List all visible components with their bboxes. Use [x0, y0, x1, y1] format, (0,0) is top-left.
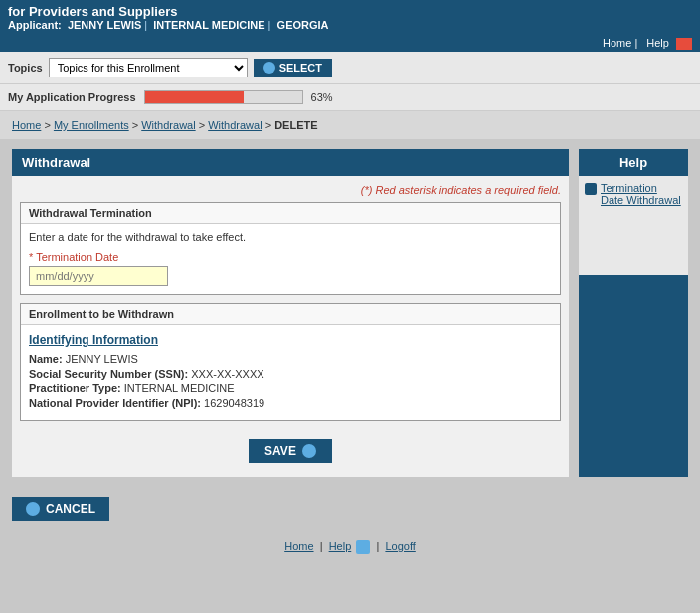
select-btn-icon [263, 62, 275, 74]
required-note: (*) Red asterisk indicates a required fi… [20, 184, 561, 196]
practitioner-value: INTERNAL MEDICINE [124, 383, 235, 394]
footer-help-icon [356, 540, 370, 554]
enrollment-section-title: Enrollment to be Withdrawn [21, 304, 560, 325]
applicant-specialty: INTERNAL MEDICINE [153, 19, 264, 31]
footer-home-link[interactable]: Home [284, 540, 313, 552]
applicant-label: Applicant: [8, 19, 62, 31]
header-nav: Home | Help [0, 35, 700, 52]
withdrawal-panel: Withdrawal (*) Red asterisk indicates a … [12, 149, 569, 477]
breadcrumb-delete: DELETE [274, 119, 317, 131]
ssn-row: Social Security Number (SSN): XXX-XX-XXX… [29, 368, 552, 380]
practitioner-label: Practitioner Type: [29, 383, 121, 394]
save-button[interactable]: SAVE [249, 439, 332, 463]
breadcrumb: Home > My Enrollments > Withdrawal > Wit… [0, 111, 700, 139]
enrollment-section: Enrollment to be Withdrawn Identifying I… [20, 303, 561, 421]
footer-help-link[interactable]: Help [329, 540, 352, 552]
cancel-label: CANCEL [46, 502, 95, 516]
termination-section-title: Withdrawal Termination [21, 203, 560, 224]
progress-bar-container: My Application Progress 63% [0, 84, 700, 111]
save-btn-icon [302, 444, 316, 458]
termination-section: Withdrawal Termination Enter a date for … [20, 202, 561, 295]
applicant-name: JENNY LEWIS [68, 19, 141, 31]
termination-date-label-text: Termination Date [36, 251, 118, 263]
help-link-text: Termination Date Withdrawal [601, 182, 682, 206]
name-value: JENNY LEWIS [66, 353, 138, 365]
cancel-row: CANCEL [0, 487, 700, 531]
npi-row: National Provider Identifier (NPI): 1629… [29, 397, 552, 409]
breadcrumb-withdrawal2[interactable]: Withdrawal [208, 119, 262, 131]
practitioner-row: Practitioner Type: INTERNAL MEDICINE [29, 383, 552, 394]
help-panel-header: Help [579, 149, 688, 176]
topics-bar: Topics Topics for this Enrollment SELECT [0, 52, 700, 84]
progress-fill [145, 91, 245, 103]
withdrawal-panel-header: Withdrawal [12, 149, 569, 176]
nav-home-link[interactable]: Home [603, 37, 631, 49]
flag-icon [676, 38, 692, 50]
main-content: Withdrawal (*) Red asterisk indicates a … [0, 139, 700, 487]
cancel-btn-icon [26, 502, 40, 516]
help-link-icon [585, 183, 597, 195]
header: for Providers and Suppliers Applicant: J… [0, 0, 700, 35]
help-panel: Help Termination Date Withdrawal [579, 149, 688, 477]
termination-description: Enter a date for the withdrawal to take … [29, 231, 552, 243]
select-button[interactable]: SELECT [254, 59, 332, 77]
ssn-value: XXX-XX-XXXX [191, 368, 263, 380]
header-title: for Providers and Suppliers [8, 4, 692, 19]
name-label: Name: [29, 353, 63, 365]
breadcrumb-withdrawal1[interactable]: Withdrawal [141, 119, 195, 131]
footer: Home | Help | Logoff [0, 531, 700, 564]
header-applicant: Applicant: JENNY LEWIS | INTERNAL MEDICI… [8, 19, 692, 31]
identifying-info-label: Identifying Information [29, 333, 552, 347]
termination-date-label: * Termination Date [29, 251, 552, 263]
topics-select[interactable]: Topics for this Enrollment [49, 58, 248, 77]
ssn-label: Social Security Number (SSN): [29, 368, 188, 380]
npi-value: 1629048319 [204, 397, 264, 409]
nav-help-link[interactable]: Help [646, 37, 669, 49]
withdrawal-panel-body: (*) Red asterisk indicates a required fi… [12, 176, 569, 477]
breadcrumb-home[interactable]: Home [12, 119, 41, 131]
save-row: SAVE [20, 429, 561, 469]
termination-section-content: Enter a date for the withdrawal to take … [21, 224, 560, 294]
name-row: Name: JENNY LEWIS [29, 353, 552, 365]
topics-label: Topics [8, 62, 43, 74]
breadcrumb-my-enrollments[interactable]: My Enrollments [54, 119, 129, 131]
help-link[interactable]: Termination Date Withdrawal [585, 182, 682, 206]
help-panel-body: Termination Date Withdrawal [579, 176, 688, 275]
footer-logoff-link[interactable]: Logoff [385, 540, 415, 552]
cancel-button[interactable]: CANCEL [12, 497, 109, 521]
progress-track [144, 90, 303, 104]
applicant-state: GEORGIA [277, 19, 329, 31]
enrollment-section-content: Identifying Information Name: JENNY LEWI… [21, 325, 560, 420]
npi-label: National Provider Identifier (NPI): [29, 397, 201, 409]
progress-percent: 63% [311, 91, 333, 103]
progress-label: My Application Progress [8, 91, 136, 103]
termination-date-input[interactable] [29, 266, 168, 286]
save-label: SAVE [264, 444, 296, 458]
